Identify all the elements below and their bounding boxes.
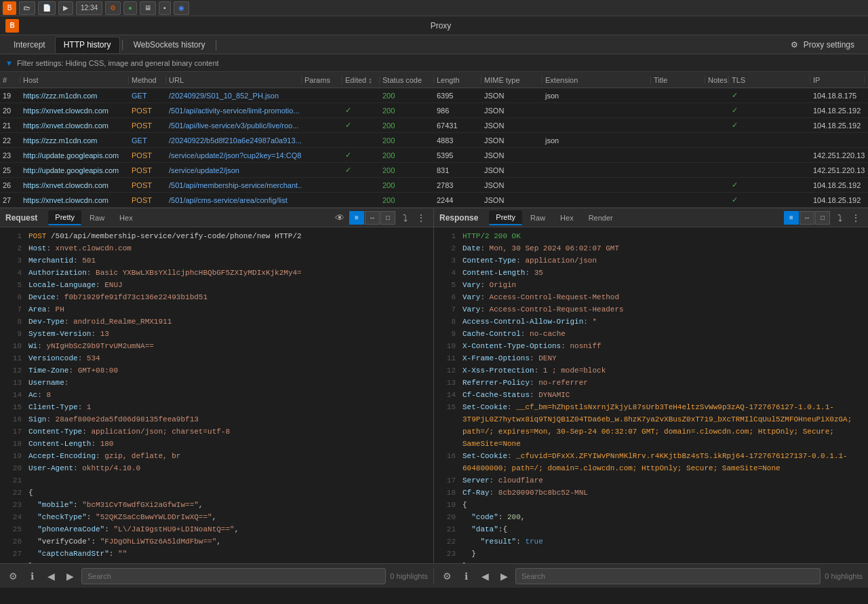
request-pane-header: Request Pretty Raw Hex 👁 ≡ ↔ □ ⤵ ⋮ [0,208,433,227]
cell-length: 831 [434,166,481,174]
bottom-prev-btn-right[interactable]: ◀ [477,569,492,584]
response-format-raw[interactable]: □ [815,211,830,225]
response-line: 20 "code": 200, [434,511,868,523]
app-btn[interactable]: ▪ [159,1,171,15]
table-row[interactable]: 23 http://update.googleapis.com POST /se… [0,148,868,163]
response-format-wrap[interactable]: ≡ [784,211,799,225]
search-input-right[interactable] [515,568,821,584]
response-line: 24} [434,560,868,563]
cell-length: 2244 [434,196,481,204]
tab-proxy-settings[interactable]: ⚙ Proxy settings [783,37,863,53]
response-title: Response [439,213,478,223]
cell-mime: JSON [481,166,542,174]
response-tab-raw[interactable]: Raw [524,210,552,225]
response-line: 11X-Frame-Options: DENY [434,352,868,364]
bottom-next-btn-right[interactable]: ▶ [496,569,511,584]
table-row[interactable]: 27 https://xnvet.clowcdn.com POST /501/a… [0,193,868,208]
col-length[interactable]: Length [434,76,481,84]
bottom-left: ⚙ ℹ ◀ ▶ 0 highlights [0,568,434,584]
response-format-unwrap[interactable]: ↔ [800,211,814,225]
bottom-settings-btn-right[interactable]: ⚙ [439,569,454,584]
col-status[interactable]: Status code [380,76,434,84]
burp-icon[interactable]: B [3,1,16,15]
request-tab-raw[interactable]: Raw [83,210,111,225]
bottom-next-btn-left[interactable]: ▶ [62,569,77,584]
request-tab-hex[interactable]: Hex [113,210,140,225]
app-title: Proxy [431,21,452,31]
response-line: 2Date: Mon, 30 Sep 2024 06:02:07 GMT [434,242,868,254]
ext-icon[interactable]: ⚙ [105,1,121,15]
cell-method: POST [129,196,166,204]
request-tab-pretty[interactable]: Pretty [48,210,81,225]
col-notes[interactable]: Notes [705,76,729,84]
response-code-area[interactable]: 1HTTP/2 200 OK2Date: Mon, 30 Sep 2024 06… [434,227,868,563]
response-tab-pretty[interactable]: Pretty [489,210,522,225]
col-host[interactable]: Host [20,76,129,84]
col-num[interactable]: # [0,76,20,84]
col-url[interactable]: URL [166,76,302,84]
response-format-btns: ≡ ↔ □ [784,211,830,225]
cell-url: /20240929/S01_10_852_PH.json [166,92,302,100]
cell-host: https://xnvet.clowcdn.com [20,181,129,189]
table-row[interactable]: 25 http://update.googleapis.com POST /se… [0,163,868,178]
bottom-info-btn-right[interactable]: ℹ [458,569,473,584]
response-action-indent[interactable]: ⤵ [833,211,846,225]
col-ext[interactable]: Extension [542,76,651,84]
table-row[interactable]: 26 https://xnvet.clowcdn.com POST /501/a… [0,178,868,193]
cell-mime: JSON [481,92,542,100]
request-format-unwrap[interactable]: ↔ [365,211,380,225]
request-code-area[interactable]: 1POST /501/api/membership-service/verify… [0,227,433,563]
request-action-eye[interactable]: 👁 [333,211,347,225]
file-btn[interactable]: 📄 [38,1,56,15]
cell-host: https://zzz.m1cdn.com [20,136,129,145]
request-action-more[interactable]: ⋮ [414,211,428,225]
tab-bar: Intercept HTTP history | WebSockets hist… [0,35,868,54]
cell-ip: 104.18.25.192 [810,121,865,130]
table-row[interactable]: 21 https://xnvet.clowcdn.com POST /501/a… [0,118,868,133]
response-line: 1HTTP/2 200 OK [434,230,868,242]
request-line: 12Time-Zone: GMT+08:00 [0,364,433,377]
chrome-btn[interactable]: ● [123,1,137,15]
response-tab-hex[interactable]: Hex [553,210,580,225]
filter-bar[interactable]: ▼ Filter settings: Hiding CSS, image and… [0,54,868,72]
request-line: 4Authorization: Basic YXBwLXBsYXllcjphcH… [0,267,433,279]
col-tls[interactable]: TLS [729,76,810,84]
search-input-left[interactable] [81,568,386,584]
table-row[interactable]: 19 https://zzz.m1cdn.com GET /20240929/S… [0,88,868,103]
response-tab-render[interactable]: Render [582,210,620,225]
terminal-btn[interactable]: ▶ [58,1,73,15]
request-line: 11Versioncode: 534 [0,352,433,364]
col-edited[interactable]: Edited ↕ [342,76,380,84]
chrome2-btn[interactable]: ◉ [174,1,189,15]
col-method[interactable]: Method [129,76,166,84]
bottom-settings-btn-left[interactable]: ⚙ [5,569,20,584]
monitor-btn[interactable]: 🖥 [140,1,156,15]
cell-ip: 142.251.220.131 [810,151,865,159]
request-line: 23 "mobile": "bcM31CvT6wdfGXi2aGfwIw==", [0,499,433,511]
col-params[interactable]: Params [302,76,342,84]
response-line: 9Cache-Control: no-cache [434,328,868,340]
cell-method: POST [129,181,166,189]
table-row[interactable]: 22 https://zzz.m1cdn.com GET /20240922/b… [0,133,868,148]
response-line: 16Set-Cookie: _cfuvid=DFxXX.ZFYIWvPNnMKl… [434,450,868,474]
col-mime[interactable]: MIME type [481,76,542,84]
request-format-raw[interactable]: □ [380,211,395,225]
filter-icon: ▼ [5,59,13,67]
response-line: 4Content-Length: 35 [434,267,868,279]
bottom-info-btn-left[interactable]: ℹ [24,569,39,584]
request-format-wrap[interactable]: ≡ [349,211,364,225]
request-action-indent[interactable]: ⤵ [398,211,412,225]
tab-http-history[interactable]: HTTP history [55,37,120,53]
folder-btn[interactable]: 🗁 [19,1,35,15]
col-ip[interactable]: IP [810,76,865,84]
request-actions: 👁 ≡ ↔ □ ⤵ ⋮ [333,211,428,225]
table-row[interactable]: 20 https://xnvet.clowcdn.com POST /501/a… [0,103,868,118]
tab-intercept[interactable]: Intercept [5,37,54,53]
cell-mime: JSON [481,181,542,189]
response-action-more[interactable]: ⋮ [849,211,863,225]
filter-label: Filter settings: Hiding CSS, image and g… [17,59,219,67]
cell-num: 26 [0,181,20,189]
bottom-prev-btn-left[interactable]: ◀ [43,569,58,584]
col-title[interactable]: Title [651,76,705,84]
tab-websockets-history[interactable]: WebSockets history [125,37,214,53]
